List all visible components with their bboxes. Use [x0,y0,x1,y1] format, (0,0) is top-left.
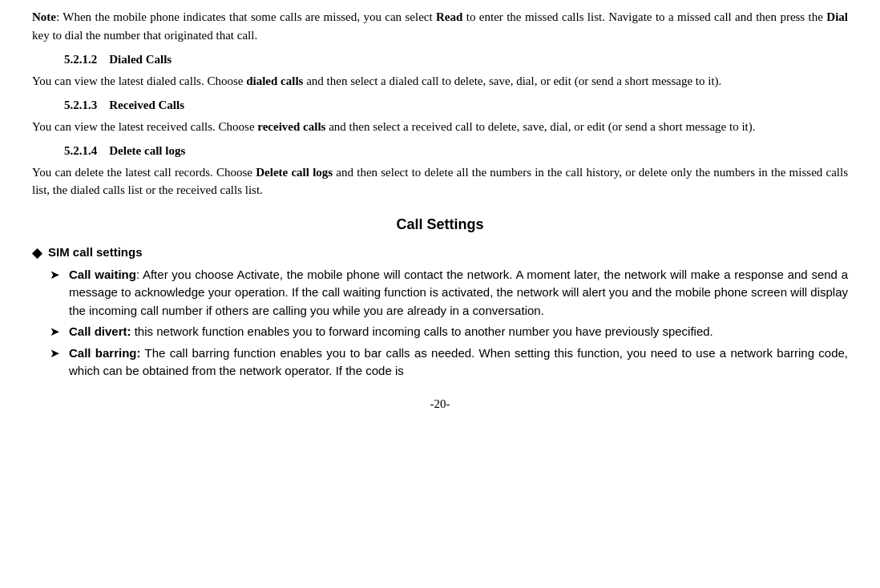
note-text-3: key to dial the number that originated t… [32,29,257,42]
call-divert-bold: Call divert: [69,324,131,338]
page-number: -20- [32,395,848,413]
note-text-2: to enter the missed calls list. Navigate… [462,10,826,23]
note-text-1: : When the mobile phone indicates that s… [56,10,436,23]
section-5212-text-1: You can view the latest dialed calls. Ch… [32,75,246,87]
section-5214-heading: 5.2.1.4 Delete call logs [64,142,848,160]
arrow-icon-1: ➤ [50,266,69,284]
call-settings-heading: Call Settings [32,214,848,236]
section-5213-title: Received Calls [109,99,184,111]
note-dial-bold: Dial [826,10,848,23]
call-barring-text: Call barring: The call barring function … [69,344,848,381]
call-waiting-text: Call waiting: After you choose Activate,… [69,266,848,320]
call-barring-item: ➤ Call barring: The call barring functio… [50,344,848,381]
section-5213-text-2: and then select a received call to delet… [325,120,755,133]
section-5213-number: 5.2.1.3 [64,99,97,111]
call-divert-text: Call divert: this network function enabl… [69,323,848,341]
note-read-bold: Read [436,10,462,23]
call-barring-rest: The call barring function enables you to… [69,346,848,378]
section-5212-bold: dialed calls [246,75,303,87]
section-5212-heading: 5.2.1.2 Dialed Calls [64,50,848,69]
section-5214-number: 5.2.1.4 [64,144,97,157]
section-5212-number: 5.2.1.2 [64,53,97,66]
section-5213-bold: received calls [257,120,325,133]
section-5213-heading: 5.2.1.3 Received Calls [64,96,848,115]
section-5214-body: You can delete the latest call records. … [32,163,848,199]
arrow-icon-2: ➤ [50,323,69,341]
diamond-icon: ◆ [32,244,42,263]
section-5212-body: You can view the latest dialed calls. Ch… [32,72,848,91]
sim-call-settings-bullet: ◆ SIM call settings [32,244,848,263]
main-content: Note: When the mobile phone indicates th… [32,8,848,381]
section-5214-bold: Delete call logs [256,166,333,179]
section-5214-title: Delete call logs [109,144,185,157]
section-5212-title: Dialed Calls [109,53,172,66]
call-divert-item: ➤ Call divert: this network function ena… [50,323,848,341]
call-waiting-item: ➤ Call waiting: After you choose Activat… [50,266,848,320]
call-divert-rest: this network function enables you to for… [131,324,713,338]
sim-call-settings-label: SIM call settings [48,244,143,262]
note-bold: Note [32,10,56,23]
call-waiting-rest: : After you choose Activate, the mobile … [69,268,848,317]
call-waiting-bold: Call waiting [69,268,136,281]
call-barring-bold: Call barring: [69,346,141,360]
arrow-icon-3: ➤ [50,344,69,363]
section-5213-text-1: You can view the latest received calls. … [32,120,257,133]
section-5214-text-1: You can delete the latest call records. … [32,166,256,179]
section-5212-text-2: and then select a dialed call to delete,… [303,75,721,87]
section-5213-body: You can view the latest received calls. … [32,118,848,136]
note-paragraph: Note: When the mobile phone indicates th… [32,8,848,44]
